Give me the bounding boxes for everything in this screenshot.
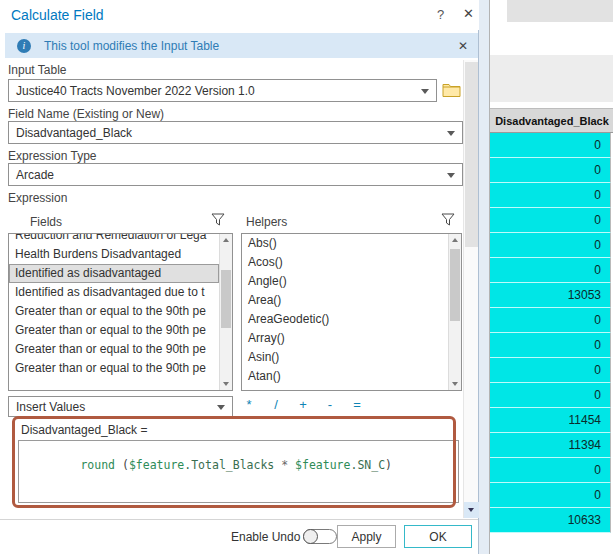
helpers-panel-label: Helpers — [246, 215, 287, 229]
code-token: $feature — [295, 458, 350, 472]
operator-button[interactable]: * — [243, 397, 255, 412]
fields-list: Reduction and Remediation of LegaHealth … — [9, 233, 219, 390]
fields-listbox: Reduction and Remediation of LegaHealth … — [8, 233, 233, 391]
table-rows: 00000013053000011454113940010633 — [490, 133, 611, 533]
scroll-up-icon[interactable] — [223, 238, 229, 242]
helper-list-item[interactable]: Abs() — [242, 234, 448, 253]
field-name-value: Disadvantaged_Black — [16, 126, 132, 140]
table-cell[interactable]: 0 — [490, 308, 611, 333]
field-list-item[interactable]: Health Burdens Disadvantaged — [9, 245, 219, 264]
helpers-filter-funnel-icon[interactable] — [441, 213, 455, 229]
scroll-up-icon[interactable] — [452, 238, 458, 242]
window-gap — [479, 0, 489, 554]
fields-panel-label: Fields — [30, 215, 62, 229]
helpers-scrollbar[interactable] — [448, 234, 461, 390]
column-header-disadvantaged-black[interactable]: Disadvantaged_Black — [490, 108, 613, 133]
table-cell[interactable]: 13053 — [490, 283, 611, 308]
chevron-down-icon — [447, 173, 455, 178]
table-cell[interactable]: 0 — [490, 158, 611, 183]
scroll-down-icon[interactable] — [452, 382, 458, 386]
helpers-listbox: Abs()Acos()Angle()Area()AreaGeodetic()Ar… — [241, 233, 462, 391]
field-name-label: Field Name (Existing or New) — [8, 107, 164, 121]
apply-button[interactable]: Apply — [337, 525, 396, 548]
operator-button[interactable]: - — [324, 397, 336, 412]
helpers-list: Abs()Acos()Angle()Area()AreaGeodetic()Ar… — [242, 234, 448, 390]
code-token: .Total_Blacks — [184, 458, 274, 472]
code-token: ( — [122, 458, 129, 472]
table-cell[interactable]: 0 — [490, 483, 611, 508]
expression-code-editor[interactable]: round ($feature.Total_Blacks * $feature.… — [18, 440, 459, 503]
scroll-down-icon[interactable] — [223, 382, 229, 386]
helper-list-item[interactable]: Acos() — [242, 253, 448, 272]
table-cell[interactable]: 0 — [490, 208, 611, 233]
chevron-down-icon — [217, 405, 225, 410]
table-cell[interactable]: 0 — [490, 133, 611, 158]
input-table-value: Justice40 Tracts November 2022 Version 1… — [16, 84, 255, 98]
calculate-field-dialog: Calculate Field ? ✕ i This tool modifies… — [0, 0, 479, 554]
insert-values-label: Insert Values — [16, 400, 85, 414]
field-list-item[interactable]: Reduction and Remediation of Lega — [9, 233, 219, 245]
table-cell[interactable]: 10633 — [490, 508, 611, 533]
expression-section-label: Expression — [8, 191, 67, 205]
chevron-down-icon — [421, 89, 429, 94]
dialog-scrollbar-thumb[interactable] — [465, 62, 478, 247]
attribute-table-panel: Disadvantaged_Black 00000013053000011454… — [489, 0, 613, 554]
footer-divider — [0, 519, 478, 520]
dialog-scroll-down-button[interactable] — [464, 502, 479, 518]
table-toolbar-fragment — [507, 0, 613, 22]
insert-values-dropdown[interactable]: Insert Values — [8, 396, 233, 417]
field-list-item[interactable]: Greater than or equal to the 90th pe — [9, 359, 219, 378]
operator-button[interactable]: = — [351, 397, 363, 412]
ok-button[interactable]: OK — [404, 525, 472, 548]
expression-type-select[interactable]: Arcade — [8, 163, 463, 186]
browse-folder-icon[interactable] — [442, 82, 461, 100]
helper-list-item[interactable]: Array() — [242, 329, 448, 348]
table-cell[interactable]: 0 — [490, 183, 611, 208]
table-cell[interactable]: 0 — [490, 233, 611, 258]
field-list-item[interactable]: Greater than or equal to the 90th pe — [9, 340, 219, 359]
helper-list-item[interactable]: Asin() — [242, 348, 448, 367]
help-icon[interactable]: ? — [437, 7, 444, 22]
field-list-item[interactable]: Greater than or equal to the 90th pe — [9, 302, 219, 321]
expression-code-line: round ($feature.Total_Blacks * $feature.… — [19, 441, 458, 489]
table-cell[interactable]: 0 — [490, 383, 611, 408]
field-name-select[interactable]: Disadvantaged_Black — [8, 121, 463, 144]
expression-type-label: Expression Type — [8, 149, 97, 163]
enable-undo-toggle[interactable] — [303, 529, 337, 544]
info-icon: i — [17, 39, 31, 53]
banner-close-icon[interactable]: ✕ — [458, 39, 468, 53]
expression-assignment-label: Disadvantaged_Black = — [21, 423, 147, 437]
field-list-item[interactable]: Greater than or equal to the 90th pe — [9, 321, 219, 340]
fields-scrollbar[interactable] — [219, 234, 232, 390]
helpers-scrollbar-thumb[interactable] — [450, 249, 460, 321]
chevron-down-icon — [447, 131, 455, 136]
field-list-item[interactable]: Identified as disadvantaged — [9, 264, 219, 283]
table-cell[interactable]: 0 — [490, 258, 611, 283]
table-cell[interactable]: 0 — [490, 333, 611, 358]
helper-list-item[interactable]: AreaGeodetic() — [242, 310, 448, 329]
code-token: ) — [385, 458, 392, 472]
fields-scrollbar-thumb[interactable] — [221, 270, 231, 328]
table-cell[interactable]: 0 — [490, 358, 611, 383]
helper-list-item[interactable]: Atan() — [242, 367, 448, 386]
toggle-knob — [303, 529, 318, 544]
fields-filter-funnel-icon[interactable] — [211, 213, 225, 229]
code-token: .SN_C — [350, 458, 385, 472]
table-cell[interactable]: 11454 — [490, 408, 611, 433]
operator-button[interactable]: + — [297, 397, 309, 412]
operator-button[interactable]: / — [270, 397, 282, 412]
dialog-scrollbar[interactable] — [463, 60, 478, 518]
operator-buttons: */+-= — [243, 397, 363, 412]
input-table-select[interactable]: Justice40 Tracts November 2022 Version 1… — [8, 79, 437, 102]
table-cell[interactable]: 0 — [490, 458, 611, 483]
close-icon[interactable]: ✕ — [463, 6, 474, 21]
code-token: $feature — [129, 458, 184, 472]
table-upper-band — [490, 55, 613, 102]
code-token: round — [80, 458, 122, 472]
expression-type-value: Arcade — [16, 168, 54, 182]
field-list-item[interactable]: Identified as disadvantaged due to t — [9, 283, 219, 302]
code-token: * — [274, 458, 295, 472]
table-cell[interactable]: 11394 — [490, 433, 611, 458]
helper-list-item[interactable]: Area() — [242, 291, 448, 310]
helper-list-item[interactable]: Angle() — [242, 272, 448, 291]
